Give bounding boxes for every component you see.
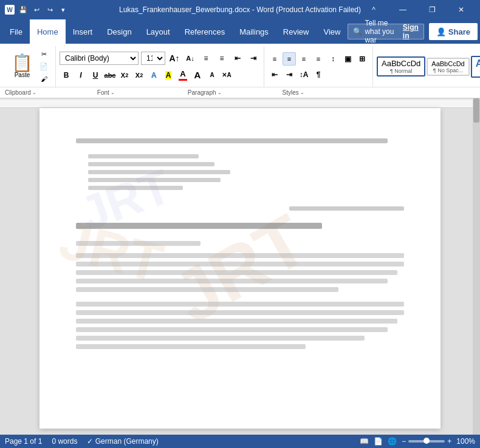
language-indicator: ✓ German (Germany) — [87, 437, 158, 446]
font-size-smallA[interactable]: A — [205, 69, 219, 82]
body2-line-6 — [76, 344, 306, 349]
text-effect-button[interactable]: A — [147, 69, 160, 82]
minimize-button[interactable]: — — [389, 0, 417, 19]
align-left-button[interactable]: ≡ — [268, 52, 281, 66]
show-formatting-button[interactable]: ¶ — [312, 68, 325, 81]
web-layout-icon[interactable]: 🌐 — [388, 437, 397, 446]
font-size-select[interactable]: 11 — [141, 52, 165, 65]
scroll-bar[interactable] — [473, 98, 480, 435]
style-normal[interactable]: AaBbCcDd ¶ Normal — [377, 56, 425, 76]
strikethrough-button[interactable]: abc — [103, 69, 117, 82]
document-page[interactable]: JRT JRT JRT — [39, 108, 441, 429]
subscript-button[interactable]: X2 — [118, 69, 131, 82]
paste-label: Paste — [15, 72, 30, 78]
tab-file[interactable]: File — [2, 19, 30, 44]
format-painter-button[interactable]: 🖌 — [37, 73, 50, 84]
tab-mailings[interactable]: Mailings — [232, 19, 276, 44]
ruler — [0, 100, 473, 108]
tab-layout[interactable]: Layout — [139, 19, 177, 44]
list-indent-button[interactable]: ⇤ — [231, 52, 244, 65]
list-outdent-button[interactable]: ⇥ — [247, 52, 260, 65]
body-para-1 — [76, 253, 404, 292]
line-spacing-button[interactable]: ↕ — [326, 52, 340, 66]
para-row-1: ≡ ≡ ≡ ≡ ↕ ▣ ⊞ — [268, 52, 369, 66]
increase-font-size-button[interactable]: A↑ — [168, 52, 181, 65]
zoom-slider[interactable] — [408, 440, 445, 443]
shading-button[interactable]: ▣ — [341, 52, 354, 66]
body-line-2 — [76, 262, 404, 266]
increase-indent-button[interactable]: ⇥ — [283, 68, 296, 81]
clipboard-expand-button[interactable]: ⌄ — [32, 90, 36, 95]
signin-link[interactable]: Sign in — [403, 23, 419, 40]
superscript-button[interactable]: X2 — [132, 69, 146, 82]
address-block — [88, 154, 404, 190]
ribbon: 📋 Paste ✂ 📄 🖌 Calibri (Body) 11 — [0, 44, 480, 98]
cut-button[interactable]: ✂ — [37, 49, 50, 60]
tab-review[interactable]: Review — [276, 19, 317, 44]
zoom-control: − + 100% — [402, 437, 475, 446]
scroll-thumb[interactable] — [473, 98, 479, 123]
tab-view[interactable]: View — [316, 19, 348, 44]
addr-line-4 — [88, 178, 221, 182]
share-button[interactable]: 👤 Share — [429, 23, 478, 40]
ribbon-collapse-button[interactable]: ^ — [360, 0, 388, 19]
decrease-indent-button[interactable]: ⇤ — [268, 68, 281, 81]
font-size-bigA[interactable]: A — [191, 69, 204, 82]
italic-button[interactable]: I — [74, 69, 87, 82]
clipboard-group: 📋 Paste ✂ 📄 🖌 — [2, 46, 56, 87]
zoom-in-button[interactable]: + — [447, 437, 451, 446]
zoom-level: 100% — [456, 437, 475, 446]
word-count: 0 words — [52, 437, 77, 446]
numbering-button[interactable]: ≡ — [215, 52, 228, 65]
paragraph-expand-button[interactable]: ⌄ — [218, 90, 222, 95]
addr-line-5 — [88, 186, 183, 190]
search-bar[interactable]: 🔍 Tell me what you war Sign in — [348, 24, 423, 39]
highlight-color-button[interactable]: A — [162, 69, 175, 82]
document-scroll-area[interactable]: JRT JRT JRT — [0, 98, 480, 435]
paragraph-group: ≡ ≡ ≡ ≡ ↕ ▣ ⊞ ⇤ ⇥ ↕A ¶ — [264, 46, 373, 87]
close-button[interactable]: ✕ — [447, 0, 475, 19]
align-center-button[interactable]: ≡ — [283, 52, 296, 66]
bullets-button[interactable]: ≡ — [199, 52, 213, 65]
styles-group: AaBbCcDd ¶ Normal AaBbCcDd ¶ No Spac... … — [373, 46, 480, 87]
font-family-select[interactable]: Calibri (Body) — [60, 52, 139, 65]
body-line-1 — [76, 253, 404, 258]
tab-home[interactable]: Home — [30, 19, 66, 44]
zoom-out-button[interactable]: − — [402, 437, 406, 446]
tab-insert[interactable]: Insert — [66, 19, 100, 44]
undo-button[interactable]: ↩ — [30, 4, 43, 16]
font-color-button[interactable]: A — [176, 69, 190, 82]
align-right-button[interactable]: ≡ — [297, 52, 310, 66]
bold-button[interactable]: B — [60, 69, 73, 82]
styles-group-label: Styles — [283, 89, 299, 96]
style-nospace[interactable]: AaBbCcDd ¶ No Spac... — [427, 58, 469, 76]
borders-button[interactable]: ⊞ — [355, 52, 369, 66]
styles-expand-button[interactable]: ⌄ — [300, 90, 304, 95]
font-expand-button[interactable]: ⌄ — [111, 90, 115, 95]
addr-line-1 — [88, 154, 199, 158]
print-layout-icon[interactable]: 📄 — [374, 437, 383, 446]
zoom-thumb[interactable] — [423, 438, 430, 444]
save-button[interactable]: 💾 — [17, 4, 29, 16]
tab-design[interactable]: Design — [100, 19, 139, 44]
redo-button[interactable]: ↪ — [44, 4, 56, 16]
status-bar: Page 1 of 1 0 words ✓ German (Germany) 📖… — [0, 435, 480, 448]
paste-button[interactable]: 📋 Paste — [7, 53, 37, 80]
sort-button[interactable]: ↕A — [297, 68, 310, 81]
copy-button[interactable]: 📄 — [37, 61, 50, 72]
read-mode-icon[interactable]: 📖 — [360, 437, 369, 446]
tab-references[interactable]: References — [177, 19, 232, 44]
clear-formatting-button[interactable]: ✕A — [220, 69, 233, 82]
justify-button[interactable]: ≡ — [312, 52, 325, 66]
body-line-4 — [76, 279, 388, 283]
para-row-2: ⇤ ⇥ ↕A ¶ — [268, 68, 369, 81]
word-icon: W — [5, 5, 15, 15]
underline-button[interactable]: U — [89, 69, 102, 82]
app-window: W 💾 ↩ ↪ ▾ Lukas_Frankenhauser_Bewerbung.… — [0, 0, 480, 448]
decrease-font-size-button[interactable]: A↓ — [183, 52, 197, 65]
restore-button[interactable]: ❐ — [418, 0, 446, 19]
customize-button[interactable]: ▾ — [57, 4, 69, 16]
style-heading1[interactable]: AaBbCc Heading 1 — [471, 56, 480, 78]
doc-header-block — [76, 138, 404, 143]
font-group: Calibri (Body) 11 A↑ A↓ ≡ ≡ ⇤ ⇥ B I — [56, 46, 264, 87]
